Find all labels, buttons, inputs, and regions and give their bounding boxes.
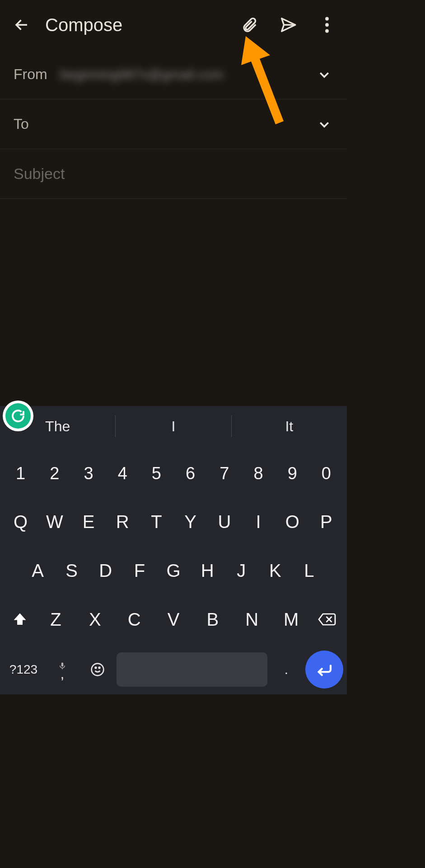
emoji-key[interactable] — [81, 662, 114, 677]
enter-icon — [315, 660, 334, 679]
from-label: From — [14, 66, 47, 83]
chevron-down-icon — [318, 68, 331, 81]
key-6[interactable]: 6 — [173, 456, 207, 491]
symbols-key[interactable]: ?123 — [4, 662, 43, 677]
toolbar: Compose — [0, 0, 347, 50]
arrow-left-icon — [14, 17, 30, 33]
from-row[interactable]: From beginning987x@gmail.com — [0, 50, 347, 99]
key-q[interactable]: Q — [4, 504, 37, 540]
shift-key[interactable] — [4, 611, 36, 627]
key-z[interactable]: Z — [36, 601, 75, 638]
key-g[interactable]: G — [156, 552, 190, 589]
mic-comma-key[interactable]: , — [46, 662, 79, 677]
key-1[interactable]: 1 — [4, 456, 37, 491]
page-title: Compose — [45, 15, 240, 35]
shift-icon — [12, 611, 28, 627]
period-key[interactable]: . — [270, 662, 303, 677]
key-i[interactable]: I — [241, 504, 275, 540]
to-input[interactable] — [49, 116, 315, 132]
enter-key[interactable] — [305, 651, 343, 689]
key-r[interactable]: R — [106, 504, 140, 540]
bottom-row: ?123 , . — [0, 649, 347, 694]
key-u[interactable]: U — [207, 504, 241, 540]
number-row: 1 2 3 4 5 6 7 8 9 0 — [4, 456, 343, 491]
qwerty-row: Q W E R T Y U I O P — [4, 504, 343, 540]
key-t[interactable]: T — [140, 504, 173, 540]
suggestion-bar: The I It — [0, 406, 347, 447]
key-e[interactable]: E — [71, 504, 105, 540]
key-x[interactable]: X — [75, 601, 115, 638]
svg-point-3 — [325, 17, 329, 21]
backspace-key[interactable] — [311, 612, 343, 627]
from-value: beginning987x@gmail.com — [60, 67, 315, 82]
send-icon — [280, 16, 297, 33]
key-h[interactable]: H — [191, 552, 224, 589]
keyboard: The I It 1 2 3 4 5 6 7 8 9 0 Q W E R T Y… — [0, 406, 347, 694]
from-dropdown[interactable] — [315, 68, 333, 81]
suggestion-2[interactable]: I — [116, 418, 231, 435]
key-o[interactable]: O — [276, 504, 309, 540]
key-p[interactable]: P — [309, 504, 343, 540]
more-vertical-icon — [325, 17, 329, 33]
paperclip-icon — [241, 16, 258, 33]
key-c[interactable]: C — [115, 601, 154, 638]
key-s[interactable]: S — [55, 552, 89, 589]
svg-point-12 — [99, 667, 100, 669]
svg-point-4 — [325, 23, 329, 27]
key-w[interactable]: W — [37, 504, 71, 540]
attach-button[interactable] — [240, 16, 258, 34]
key-2[interactable]: 2 — [37, 456, 71, 491]
key-4[interactable]: 4 — [106, 456, 140, 491]
key-9[interactable]: 9 — [276, 456, 309, 491]
zxcv-row: Z X C V B N M — [4, 601, 343, 638]
emoji-icon — [90, 662, 105, 677]
key-d[interactable]: D — [89, 552, 122, 589]
to-row[interactable]: To — [0, 99, 347, 149]
grammarly-button[interactable] — [3, 401, 33, 431]
key-j[interactable]: J — [224, 552, 258, 589]
key-a[interactable]: A — [21, 552, 55, 589]
spacebar[interactable] — [117, 652, 267, 687]
send-button[interactable] — [279, 16, 297, 34]
svg-point-10 — [92, 664, 104, 676]
back-button[interactable] — [11, 14, 33, 36]
grammarly-icon — [5, 403, 31, 429]
key-k[interactable]: K — [258, 552, 292, 589]
key-0[interactable]: 0 — [309, 456, 343, 491]
more-button[interactable] — [318, 16, 336, 34]
key-n[interactable]: N — [232, 601, 271, 638]
key-y[interactable]: Y — [173, 504, 207, 540]
key-f[interactable]: F — [122, 552, 156, 589]
comma-label: , — [61, 670, 65, 677]
key-3[interactable]: 3 — [71, 456, 105, 491]
suggestion-3[interactable]: It — [232, 418, 347, 435]
key-8[interactable]: 8 — [241, 456, 275, 491]
backspace-icon — [318, 612, 336, 627]
subject-row[interactable] — [0, 149, 347, 199]
asdf-row: A S D F G H J K L — [4, 552, 343, 589]
to-expand[interactable] — [315, 118, 333, 131]
subject-input[interactable] — [14, 165, 333, 183]
svg-point-5 — [325, 29, 329, 33]
key-l[interactable]: L — [292, 552, 326, 589]
key-5[interactable]: 5 — [140, 456, 173, 491]
key-v[interactable]: V — [154, 601, 193, 638]
svg-point-11 — [95, 667, 97, 669]
key-7[interactable]: 7 — [207, 456, 241, 491]
chevron-down-icon — [318, 118, 331, 131]
key-b[interactable]: B — [193, 601, 232, 638]
key-m[interactable]: M — [271, 601, 311, 638]
to-label: To — [14, 116, 36, 132]
